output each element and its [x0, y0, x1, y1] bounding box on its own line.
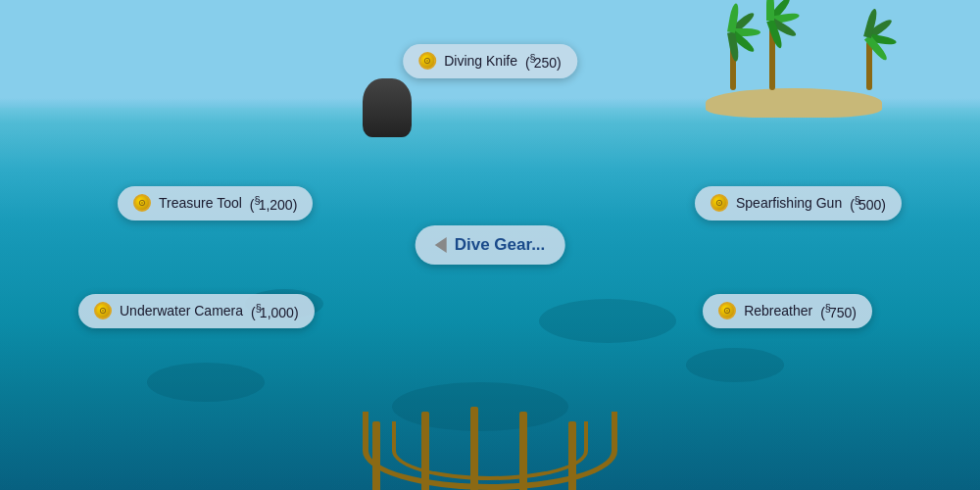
- coin-icon-diving-knife: ⊙: [418, 52, 436, 70]
- underwater-camera-button[interactable]: ⊙ Underwater Camera (§1,000): [78, 294, 315, 328]
- diving-knife-price: (§250): [525, 52, 562, 71]
- dive-gear-center-button[interactable]: Dive Gear...: [416, 225, 565, 265]
- dock-post-3: [470, 407, 478, 490]
- dock-post-1: [372, 421, 380, 490]
- palm-tree-2: [764, 26, 775, 90]
- spearfishing-price: (§500): [850, 194, 886, 213]
- coin-icon-underwater-camera: ⊙: [94, 302, 112, 319]
- spearfishing-label: Spearfishing Gun: [736, 195, 842, 211]
- coin-icon-rebreather: ⊙: [718, 302, 736, 319]
- spearfishing-gun-button[interactable]: ⊙ Spearfishing Gun (§500): [695, 186, 902, 220]
- dock-post-5: [568, 421, 576, 490]
- rebreather-button[interactable]: ⊙ Rebreather (§750): [703, 294, 872, 328]
- island-sand: [706, 88, 882, 118]
- dive-gear-label: Dive Gear...: [455, 235, 546, 255]
- underwater-camera-price: (§1,000): [251, 302, 299, 320]
- arrow-left-icon: [435, 237, 447, 253]
- dock: [343, 372, 637, 490]
- coin-icon-treasure-tool: ⊙: [133, 194, 151, 212]
- palm-tree-1: [725, 36, 736, 90]
- palm-tree-3: [861, 41, 872, 90]
- rebreather-price: (§750): [820, 302, 857, 320]
- coin-icon-spearfishing: ⊙: [710, 194, 728, 212]
- rebreather-label: Rebreather: [744, 303, 812, 318]
- seaweed-shadow-3: [686, 348, 784, 382]
- dock-post-2: [421, 412, 429, 490]
- seaweed-shadow-1: [147, 363, 265, 402]
- diving-knife-button[interactable]: ⊙ Diving Knife (§250): [403, 44, 577, 78]
- treasure-tool-price: (§1,200): [250, 194, 298, 213]
- diving-knife-label: Diving Knife: [444, 53, 517, 69]
- island-rock: [363, 78, 412, 137]
- underwater-camera-label: Underwater Camera: [120, 303, 243, 318]
- island: [706, 59, 882, 118]
- seaweed-shadow-4: [539, 299, 676, 343]
- treasure-tool-button[interactable]: ⊙ Treasure Tool (§1,200): [118, 186, 313, 220]
- dock-post-4: [519, 412, 527, 490]
- treasure-tool-label: Treasure Tool: [159, 195, 242, 211]
